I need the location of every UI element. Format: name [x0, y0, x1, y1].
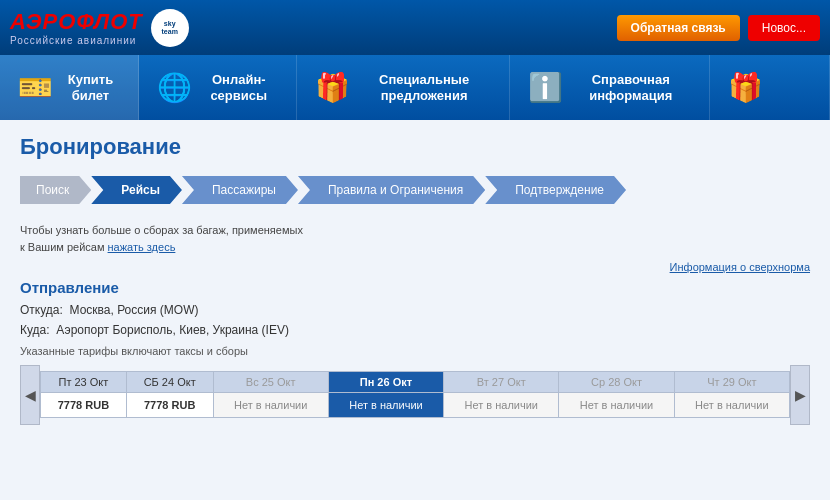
page-title: Бронирование: [20, 134, 810, 160]
step-flights[interactable]: Рейсы: [91, 176, 182, 204]
info-icon: ℹ️: [528, 71, 563, 104]
nav-special-offers[interactable]: 🎁 Специальные предложения: [297, 55, 510, 120]
departure-title: Отправление: [20, 279, 810, 296]
calendar-next-button[interactable]: ▶: [790, 365, 810, 425]
breadcrumb-steps: Поиск Рейсы Пассажиры Правила и Ограниче…: [20, 176, 810, 204]
cal-header-26[interactable]: Пн 26 Окт: [328, 372, 443, 393]
logo-aeroflot: АЭРОФЛОТ Российские авиалинии: [10, 9, 143, 46]
globe-icon: 🌐: [157, 71, 192, 104]
cal-price-23[interactable]: 7778 RUB: [41, 393, 127, 418]
nav-online-services[interactable]: 🌐 Онлайн-сервисы: [139, 55, 297, 120]
cal-price-25[interactable]: Нет в наличии: [213, 393, 328, 418]
step-rules[interactable]: Правила и Ограничения: [298, 176, 485, 204]
baggage-link[interactable]: нажать здесь: [108, 241, 176, 253]
cal-price-26[interactable]: Нет в наличии: [328, 393, 443, 418]
supernorm-info: Информация о сверхнорма: [20, 261, 810, 273]
nav-bar: 🎫 Купить билет 🌐 Онлайн-сервисы 🎁 Специа…: [0, 55, 830, 120]
logo-area: АЭРОФЛОТ Российские авиалинии skyteam: [10, 9, 189, 47]
nav-info-label: Справочная информация: [571, 72, 691, 103]
main-content: Бронирование Поиск Рейсы Пассажиры Прави…: [0, 120, 830, 500]
step-search[interactable]: Поиск: [20, 176, 91, 204]
nav-buy-ticket[interactable]: 🎫 Купить билет: [0, 55, 139, 120]
calendar-table: Пт 23 Окт СБ 24 Окт Вс 25 Окт Пн 26 Окт …: [40, 371, 790, 418]
nav-info[interactable]: ℹ️ Справочная информация: [510, 55, 710, 120]
nav-buy-ticket-label: Купить билет: [61, 72, 120, 103]
tariff-note: Указанные тарифы включают таксы и сборы: [20, 345, 810, 357]
baggage-info: Чтобы узнать больше о сборах за багаж, п…: [20, 222, 810, 255]
cal-header-23[interactable]: Пт 23 Окт: [41, 372, 127, 393]
cal-price-27[interactable]: Нет в наличии: [444, 393, 559, 418]
cal-header-29[interactable]: Чт 29 Окт: [674, 372, 789, 393]
nav-special-label: Специальные предложения: [358, 72, 491, 103]
extra-icon: 🎁: [728, 71, 763, 104]
gift-icon: 🎁: [315, 71, 350, 104]
nav-extra[interactable]: 🎁: [710, 55, 830, 120]
skyteam-badge: skyteam: [151, 9, 189, 47]
nav-online-label: Онлайн-сервисы: [200, 72, 278, 103]
step-passengers[interactable]: Пассажиры: [182, 176, 298, 204]
step-confirm[interactable]: Подтверждение: [485, 176, 626, 204]
calendar-prev-button[interactable]: ◀: [20, 365, 40, 425]
cal-price-29[interactable]: Нет в наличии: [674, 393, 789, 418]
header-right: Обратная связь Новос...: [617, 15, 820, 41]
header: АЭРОФЛОТ Российские авиалинии skyteam Об…: [0, 0, 830, 55]
ticket-icon: 🎫: [18, 71, 53, 104]
news-button[interactable]: Новос...: [748, 15, 820, 41]
cal-price-24[interactable]: 7778 RUB: [126, 393, 213, 418]
from-to-info: Откуда: Москва, Россия (MOW) Куда: Аэроп…: [20, 300, 810, 341]
calendar-wrapper: ◀ Пт 23 Окт СБ 24 Окт Вс 25 Окт Пн 26 Ок…: [20, 365, 810, 425]
cal-header-28[interactable]: Ср 28 Окт: [559, 372, 674, 393]
cal-header-24[interactable]: СБ 24 Окт: [126, 372, 213, 393]
cal-header-25[interactable]: Вс 25 Окт: [213, 372, 328, 393]
contact-button[interactable]: Обратная связь: [617, 15, 740, 41]
cal-price-28[interactable]: Нет в наличии: [559, 393, 674, 418]
supernorm-link[interactable]: Информация о сверхнорма: [670, 261, 810, 273]
cal-header-27[interactable]: Вт 27 Окт: [444, 372, 559, 393]
